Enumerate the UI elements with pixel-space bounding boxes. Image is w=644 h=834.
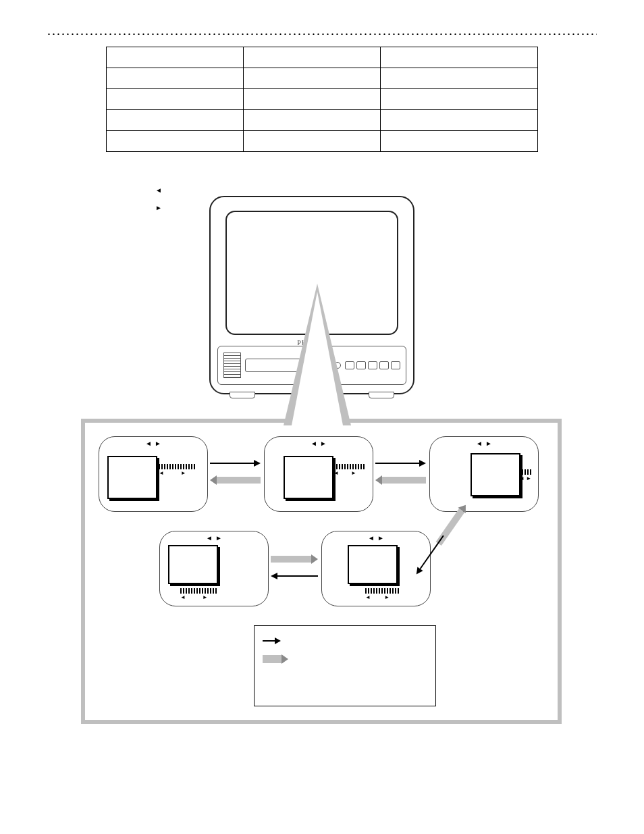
scale-right-icon: ► [203,594,208,600]
scale-right-icon: ► [526,475,531,481]
legend-box [254,625,436,706]
scale-left-icon: ◄ [365,594,371,600]
pip-state-4: ◄ ► ◄ ► [159,531,269,606]
pip-state-3: ◄ ► ◄ ► [429,436,539,512]
pip-state-5: ◄ ► ◄ ► [321,531,431,606]
hdr-tri-right-icon: ► [215,534,222,542]
hdr-tri-right-icon: ► [377,534,384,542]
scale-left-icon: ◄ [333,470,339,476]
hdr-tri-left-icon: ◄ [206,534,213,542]
spec-table [106,47,538,152]
arrow-3-2-back [375,475,426,485]
hdr-tri-left-icon: ◄ [476,440,483,447]
dotted-rule: ········································… [47,27,597,43]
speaker-grille-icon [223,353,241,378]
scale-left-icon: ◄ [519,475,525,481]
arrow-2-1-back [210,475,261,485]
pip-diagram-box: ◄ ► ◄ ► ◄ ► ◄ ► [81,419,562,724]
scale-right-icon: ► [351,470,356,476]
scale-left-icon: ◄ [180,594,186,600]
left-triangle-note: ◄ ► [155,186,189,213]
arrow-1-2-fwd [210,460,261,467]
triangle-left-icon: ◄ [155,186,162,194]
hdr-tri-right-icon: ► [320,440,327,447]
hdr-tri-left-icon: ◄ [368,534,375,542]
scale-right-icon: ► [384,594,390,600]
pip-state-1: ◄ ► ◄ ► [99,436,208,512]
hdr-tri-left-icon: ◄ [145,440,152,447]
scale-left-icon: ◄ [159,470,164,476]
legend-black-arrow-icon [263,637,281,644]
scale-right-icon: ► [181,470,186,476]
hdr-tri-right-icon: ► [485,440,492,447]
arrow-2-3-fwd [375,460,426,467]
legend-gray-arrow-icon [263,655,281,663]
hdr-tri-right-icon: ► [155,440,161,447]
hdr-tri-left-icon: ◄ [311,440,317,447]
callout-wedge-inner [292,292,343,425]
arrow-5-4-black [271,573,318,579]
pip-state-2: ◄ ► ◄ ► [264,436,373,512]
front-buttons [345,361,400,369]
arrow-4-5-gray [271,554,318,564]
triangle-right-icon: ► [155,204,162,211]
